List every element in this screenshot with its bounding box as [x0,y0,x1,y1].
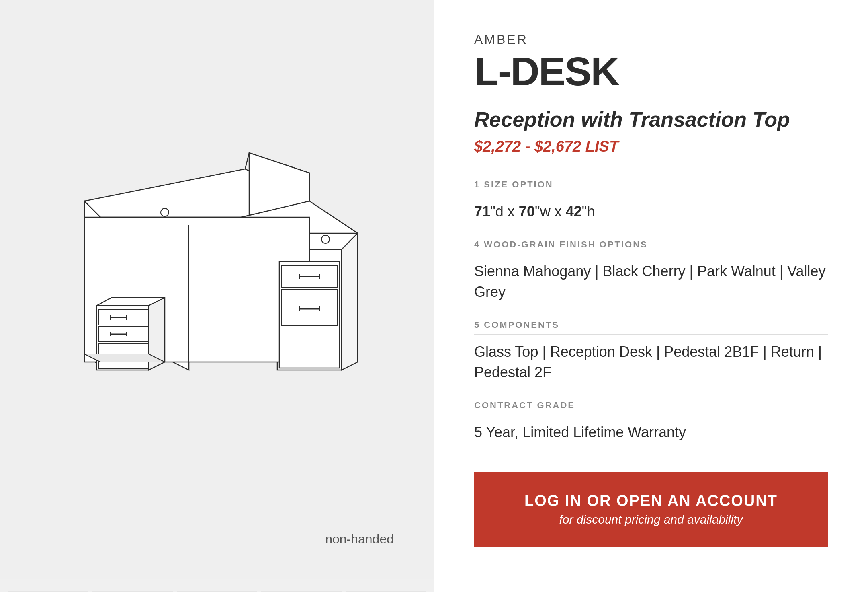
product-illustration [52,149,382,430]
product-price: $2,272 - $2,672 LIST [474,138,828,155]
size-label: 1 SIZE OPTION [474,179,828,194]
size-value: 71"d x 70"w x 42"h [474,201,828,222]
size-h: 42 [566,203,582,220]
cta-button[interactable]: LOG IN OR OPEN AN ACCOUNT for discount p… [474,472,828,547]
component-thumbnails: glasstop receptiondesk [0,579,434,592]
non-handed-label: non-handed [325,532,394,547]
bottom-strip: glasstop receptiondesk [0,579,868,592]
components-spec-label: 5 COMPONENTS [474,320,828,335]
warranty-section: CONTRACT GRADE 5 Year, Limited Lifetime … [474,400,828,442]
left-panel: non-handed [0,0,434,579]
size-d: 71 [474,203,490,220]
svg-marker-7 [342,233,358,370]
bottom-right: COMPONENTS [434,579,868,592]
finish-label: 4 WOOD-GRAIN FINISH OPTIONS [474,239,828,254]
size-section: 1 SIZE OPTION 71"d x 70"w x 42"h [474,179,828,222]
main-layout: non-handed AMBER L-DESK Reception with T… [0,0,868,579]
components-spec-section: 5 COMPONENTS Glass Top | Reception Desk … [474,320,828,382]
product-image-area [24,24,410,555]
finish-section: 4 WOOD-GRAIN FINISH OPTIONS Sienna Mahog… [474,239,828,302]
size-w: 70 [519,203,535,220]
components-spec-value: Glass Top | Reception Desk | Pedestal 2B… [474,342,828,382]
product-subtitle: Reception with Transaction Top [474,107,828,132]
right-panel: AMBER L-DESK Reception with Transaction … [434,0,868,579]
warranty-label: CONTRACT GRADE [474,400,828,415]
finish-value: Sienna Mahogany | Black Cherry | Park Wa… [474,261,828,302]
warranty-value: 5 Year, Limited Lifetime Warranty [474,422,828,442]
cta-main-text: LOG IN OR OPEN AN ACCOUNT [498,492,804,510]
cta-sub-text: for discount pricing and availability [498,513,804,526]
product-brand: AMBER [474,32,828,47]
product-name: L-DESK [474,51,828,91]
svg-rect-31 [281,290,338,326]
